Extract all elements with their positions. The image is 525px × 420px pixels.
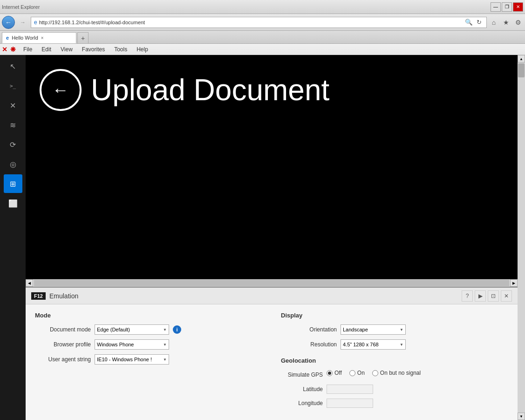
emulation-expand-button[interactable]: ▶ xyxy=(475,290,486,302)
user-agent-arrow: ▼ xyxy=(163,358,167,362)
longitude-input[interactable] xyxy=(327,399,373,408)
back-circle-icon[interactable]: ← xyxy=(40,69,82,111)
title-bar-left: Internet Explorer xyxy=(2,4,40,10)
horizontal-scrollbar[interactable]: ◀ ▶ xyxy=(26,279,518,287)
menu-edit[interactable]: Edit xyxy=(37,45,56,54)
menu-view[interactable]: View xyxy=(56,45,77,54)
dev-network-icon[interactable]: ≋ xyxy=(4,116,22,134)
dev-screenshot-icon[interactable]: ⬜ xyxy=(4,194,22,213)
dev-memory-icon[interactable]: ◎ xyxy=(4,155,22,173)
forward-button[interactable]: → xyxy=(17,16,29,28)
gps-on-radio[interactable]: On xyxy=(349,370,365,376)
vertical-scrollbar[interactable]: ▲ ▼ xyxy=(518,55,525,420)
scroll-down-button[interactable]: ▼ xyxy=(518,413,525,420)
emulation-panel: F12 Emulation ? ▶ ⊡ ✕ Mode Document mod xyxy=(26,287,518,420)
dev-emulation-icon[interactable]: ⊞ xyxy=(4,174,22,193)
display-section-title: Display xyxy=(281,312,508,319)
scroll-right-button[interactable]: ▶ xyxy=(510,279,518,287)
simulate-gps-label: Simulate GPS xyxy=(281,372,323,378)
address-text: http://192.168.1.2/chui-test/#/upload-do… xyxy=(39,20,462,25)
latitude-label: Latitude xyxy=(281,386,323,392)
geolocation-title: Geolocation xyxy=(281,357,508,364)
emulation-body: Mode Document mode Edge (Default) ▼ i Br… xyxy=(26,304,518,420)
tab-close-button[interactable]: × xyxy=(41,35,44,41)
browser-profile-label: Browser profile xyxy=(35,341,91,348)
page-title: Upload Document xyxy=(91,73,329,107)
resolution-arrow: ▼ xyxy=(400,343,403,347)
latitude-row: Latitude xyxy=(281,385,508,394)
scroll-left-button[interactable]: ◀ xyxy=(26,279,33,287)
orientation-select[interactable]: Landscape ▼ xyxy=(341,324,406,335)
gps-on-circle xyxy=(349,370,355,376)
browser-profile-row: Browser profile Windows Phone ▼ xyxy=(35,339,262,350)
em-header-actions: ? ▶ ⊡ ✕ xyxy=(462,290,512,302)
home-button[interactable]: ⌂ xyxy=(489,17,499,28)
menu-tools[interactable]: Tools xyxy=(109,45,132,54)
resolution-select[interactable]: 4.5" 1280 x 768 ▼ xyxy=(341,339,406,350)
upload-header: ← Upload Document xyxy=(40,69,329,111)
dev-tools-sidebar: ↖ >_ ✕ ≋ ⟳ ◎ ⊞ ⬜ xyxy=(0,55,26,420)
active-tab[interactable]: e Hello World × xyxy=(2,32,76,43)
resolution-value: 4.5" 1280 x 768 xyxy=(343,342,379,347)
refresh-button[interactable]: ↻ xyxy=(474,18,484,27)
emulation-dock-button[interactable]: ⊡ xyxy=(488,290,499,302)
ie-logo: ✕ xyxy=(2,46,7,53)
user-agent-select[interactable]: IE10 - Windows Phone ! ▼ xyxy=(95,354,169,365)
toolbar-icons: ⌂ ★ ⚙ xyxy=(489,17,523,28)
back-button[interactable]: ← xyxy=(2,16,15,29)
emulation-header: F12 Emulation ? ▶ ⊡ ✕ xyxy=(26,288,518,304)
restore-button[interactable]: ❐ xyxy=(502,2,512,12)
browser-profile-select[interactable]: Windows Phone ▼ xyxy=(95,339,169,350)
gps-no-signal-radio[interactable]: On but no signal xyxy=(372,370,421,376)
address-bar[interactable]: e http://192.168.1.2/chui-test/#/upload-… xyxy=(31,17,487,28)
user-agent-row: User agent string IE10 - Windows Phone !… xyxy=(35,354,262,365)
orientation-arrow: ▼ xyxy=(400,328,403,332)
v-scroll-thumb[interactable] xyxy=(518,63,525,77)
minimize-button[interactable]: — xyxy=(491,2,501,12)
gps-on-label: On xyxy=(357,370,365,376)
mode-section: Mode Document mode Edge (Default) ▼ i Br… xyxy=(35,312,262,413)
content-area: ← Upload Document ◀ ▶ F12 Emulation ? ▶ xyxy=(0,55,525,420)
gps-off-label: Off xyxy=(334,370,342,376)
latitude-input[interactable] xyxy=(327,385,373,394)
title-bar: Internet Explorer — ❐ ✕ xyxy=(0,0,525,14)
menu-file[interactable]: File xyxy=(19,45,37,54)
f12-badge: F12 xyxy=(31,292,46,300)
display-geo-section: Display Orientation Landscape ▼ Resoluti… xyxy=(281,312,508,413)
longitude-label: Longitude xyxy=(281,400,323,406)
tab-ie-icon: e xyxy=(6,35,9,41)
menu-bar: ✕ ❋ File Edit View Favorites Tools Help xyxy=(0,44,525,55)
close-button[interactable]: ✕ xyxy=(513,2,523,12)
orientation-label: Orientation xyxy=(281,326,337,333)
window-controls: — ❐ ✕ xyxy=(491,2,523,12)
document-mode-info[interactable]: i xyxy=(173,325,181,334)
browser-profile-arrow: ▼ xyxy=(163,343,167,347)
emulation-title: Emulation xyxy=(49,292,78,300)
emulation-help-button[interactable]: ? xyxy=(462,290,473,302)
gps-no-signal-label: On but no signal xyxy=(380,370,421,376)
settings-button[interactable]: ⚙ xyxy=(513,17,523,28)
user-agent-value: IE10 - Windows Phone ! xyxy=(97,357,152,362)
longitude-row: Longitude xyxy=(281,399,508,408)
dev-performance-icon[interactable]: ⟳ xyxy=(4,135,22,154)
document-mode-select[interactable]: Edge (Default) ▼ xyxy=(95,324,169,335)
dev-debugger-icon[interactable]: ✕ xyxy=(4,96,22,115)
emulation-close-button[interactable]: ✕ xyxy=(501,290,512,302)
menu-help[interactable]: Help xyxy=(132,45,153,54)
dev-cursor-icon[interactable]: ↖ xyxy=(4,57,22,76)
favorites-button[interactable]: ★ xyxy=(501,17,511,28)
dev-console-icon[interactable]: >_ xyxy=(4,76,22,95)
new-tab-button[interactable]: + xyxy=(77,32,89,43)
document-mode-row: Document mode Edge (Default) ▼ i xyxy=(35,324,262,335)
gps-off-radio[interactable]: Off xyxy=(327,370,342,376)
ie-icon: e xyxy=(34,19,37,26)
resolution-label: Resolution xyxy=(281,341,337,348)
page-content: ← Upload Document xyxy=(26,55,518,279)
menu-favorites[interactable]: Favorites xyxy=(77,45,109,54)
search-button[interactable]: 🔍 xyxy=(464,18,473,27)
resolution-row: Resolution 4.5" 1280 x 768 ▼ xyxy=(281,339,508,350)
browser-frame: Internet Explorer — ❐ ✕ ← → e http://192… xyxy=(0,0,525,420)
orientation-row: Orientation Landscape ▼ xyxy=(281,324,508,335)
scroll-up-button[interactable]: ▲ xyxy=(518,55,525,62)
h-scroll-thumb[interactable] xyxy=(34,280,509,286)
